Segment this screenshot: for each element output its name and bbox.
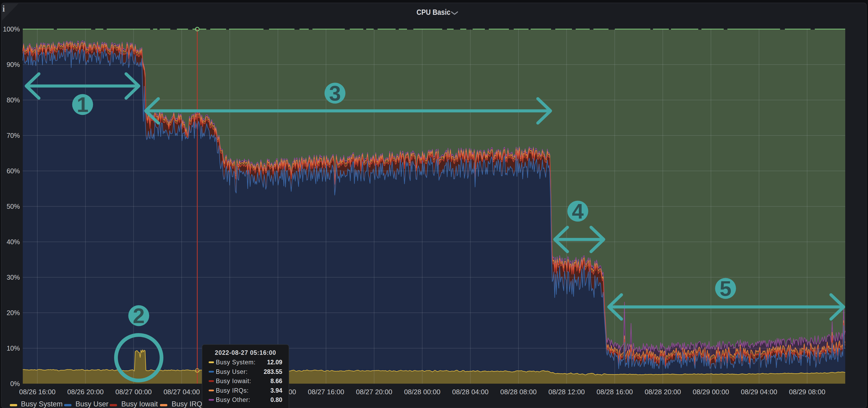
- svg-text:CPU Basic: CPU Basic: [416, 8, 451, 16]
- svg-text:08/29 08:00: 08/29 08:00: [789, 388, 825, 396]
- svg-text:2: 2: [133, 304, 145, 328]
- svg-text:i: i: [2, 4, 5, 13]
- svg-text:8.66: 8.66: [270, 378, 282, 384]
- svg-text:283.55: 283.55: [264, 368, 282, 375]
- svg-text:08/29 00:00: 08/29 00:00: [693, 388, 729, 396]
- svg-text:Busy Other:: Busy Other:: [216, 396, 250, 403]
- svg-text:12.09: 12.09: [267, 359, 282, 366]
- svg-text:0%: 0%: [10, 380, 20, 387]
- svg-text:08/26 20:00: 08/26 20:00: [67, 388, 103, 396]
- svg-text:80%: 80%: [7, 96, 20, 104]
- svg-text:Busy Iowait:: Busy Iowait:: [216, 378, 251, 384]
- svg-text:70%: 70%: [7, 132, 20, 139]
- svg-text:3.94: 3.94: [270, 387, 282, 394]
- svg-text:Busy IRQs:: Busy IRQs:: [216, 387, 249, 394]
- svg-text:08/27 16:00: 08/27 16:00: [308, 388, 344, 396]
- svg-text:Busy Iowait: Busy Iowait: [121, 400, 158, 408]
- svg-text:50%: 50%: [7, 203, 20, 210]
- svg-text:08/27 04:00: 08/27 04:00: [163, 388, 200, 396]
- svg-text:08/26 16:00: 08/26 16:00: [19, 388, 55, 396]
- svg-text:08/28 16:00: 08/28 16:00: [597, 388, 633, 396]
- svg-text:30%: 30%: [7, 274, 20, 281]
- svg-text:60%: 60%: [7, 167, 20, 175]
- svg-text:08/27 00:00: 08/27 00:00: [116, 388, 152, 396]
- svg-text:Busy User: Busy User: [75, 400, 108, 408]
- svg-text:100%: 100%: [3, 25, 20, 33]
- svg-text:Busy System: Busy System: [21, 400, 63, 408]
- svg-text:10%: 10%: [7, 344, 20, 352]
- svg-text:1: 1: [77, 93, 89, 116]
- svg-text:Busy IRQs: Busy IRQs: [172, 400, 206, 408]
- svg-text:08/28 04:00: 08/28 04:00: [452, 388, 489, 396]
- svg-text:08/28 20:00: 08/28 20:00: [645, 388, 681, 396]
- svg-text:20%: 20%: [7, 309, 20, 316]
- svg-text:Busy System:: Busy System:: [216, 359, 255, 366]
- svg-text:08/27 20:00: 08/27 20:00: [356, 388, 392, 396]
- svg-text:3: 3: [329, 81, 341, 105]
- svg-text:4: 4: [572, 200, 584, 223]
- svg-text:5: 5: [720, 277, 732, 300]
- svg-text:08/28 12:00: 08/28 12:00: [548, 388, 585, 396]
- svg-text:08/28 08:00: 08/28 08:00: [500, 388, 536, 396]
- svg-text:0.80: 0.80: [270, 396, 282, 403]
- svg-text:40%: 40%: [7, 238, 20, 245]
- svg-text:08/29 04:00: 08/29 04:00: [741, 388, 777, 396]
- svg-text:Busy User:: Busy User:: [216, 368, 248, 375]
- svg-text:90%: 90%: [7, 61, 20, 68]
- svg-text:08/28 00:00: 08/28 00:00: [404, 388, 440, 396]
- svg-text:2022-08-27 05:16:00: 2022-08-27 05:16:00: [215, 349, 276, 356]
